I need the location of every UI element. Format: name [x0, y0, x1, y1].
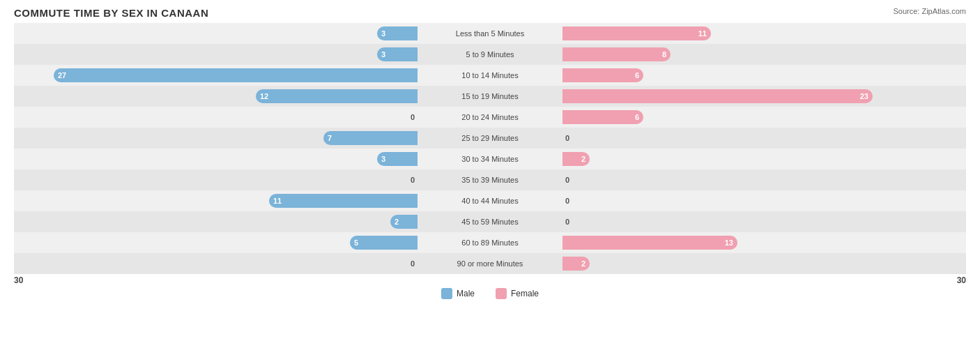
female-bar-side: 0 — [560, 211, 966, 232]
male-bar: 2 — [390, 215, 418, 229]
female-bar-value: 13 — [725, 238, 733, 247]
female-bar-value: 6 — [635, 71, 639, 79]
source-label: Source: ZipAtlas.com — [893, 7, 966, 15]
row-label: 90 or more Minutes — [420, 259, 560, 268]
male-bar-side: 0 — [14, 169, 420, 190]
male-bar-side: 3 — [14, 23, 420, 44]
female-bar: 6 — [562, 110, 643, 124]
male-bar: 5 — [350, 236, 418, 250]
male-bar-side: 2 — [14, 211, 420, 232]
male-bar-value: 27 — [58, 71, 66, 79]
legend-male-label: Male — [457, 289, 475, 298]
male-bar-side: 3 — [14, 149, 420, 169]
legend-male-box — [441, 288, 452, 299]
female-bar-value: 11 — [698, 29, 707, 38]
row-label: 10 to 14 Minutes — [420, 71, 560, 79]
female-bar-value: 6 — [635, 113, 639, 121]
table-row: 725 to 29 Minutes0 — [14, 128, 966, 149]
female-bar-side: 13 — [560, 232, 966, 253]
row-label: 60 to 89 Minutes — [420, 238, 560, 247]
axis-left: 30 — [14, 275, 420, 285]
male-bar: 7 — [323, 131, 418, 145]
female-bar-side: 0 — [560, 169, 966, 190]
female-bar-side: 11 — [560, 23, 966, 44]
male-bar-side: 0 — [14, 107, 420, 128]
male-bar: 3 — [377, 152, 418, 166]
female-bar-value-zero: 0 — [565, 134, 569, 142]
row-label: 20 to 24 Minutes — [420, 113, 560, 121]
legend-female-box — [496, 288, 507, 299]
male-bar-value-zero: 0 — [411, 176, 415, 184]
table-row: 35 to 9 Minutes8 — [14, 44, 966, 65]
female-bar: 23 — [562, 89, 873, 103]
male-bar: 12 — [256, 89, 418, 103]
axis-center-spacer — [420, 275, 560, 285]
female-bar-value-zero: 0 — [565, 176, 569, 184]
table-row: 330 to 34 Minutes2 — [14, 149, 966, 169]
male-bar-value: 12 — [260, 92, 268, 100]
female-bar-value: 2 — [581, 259, 585, 268]
male-bar-side: 3 — [14, 44, 420, 65]
male-bar-value: 3 — [381, 50, 385, 59]
row-label: 35 to 39 Minutes — [420, 176, 560, 184]
table-row: 3Less than 5 Minutes11 — [14, 23, 966, 44]
male-bar: 3 — [377, 47, 418, 61]
chart-rows: 3Less than 5 Minutes1135 to 9 Minutes827… — [14, 23, 966, 274]
female-bar: 6 — [562, 68, 643, 82]
male-bar-value: 3 — [381, 29, 385, 38]
chart-title: COMMUTE TIME BY SEX IN CANAAN — [14, 7, 966, 19]
female-bar-side: 8 — [560, 44, 966, 65]
axis-row: 30 30 — [14, 275, 966, 285]
axis-right: 30 — [560, 275, 966, 285]
female-bar-value-zero: 0 — [565, 218, 569, 226]
female-bar-side: 23 — [560, 86, 966, 107]
male-bar: 27 — [54, 68, 418, 82]
row-label: 5 to 9 Minutes — [420, 50, 560, 59]
male-bar-value: 5 — [354, 238, 358, 247]
row-label: 15 to 19 Minutes — [420, 92, 560, 100]
row-label: 40 to 44 Minutes — [420, 197, 560, 205]
female-bar-value: 23 — [860, 92, 868, 100]
table-row: 090 or more Minutes2 — [14, 253, 966, 274]
table-row: 2710 to 14 Minutes6 — [14, 65, 966, 86]
female-bar-value: 8 — [662, 50, 666, 59]
row-label: 30 to 34 Minutes — [420, 155, 560, 163]
male-bar-side: 0 — [14, 253, 420, 274]
legend-female-label: Female — [511, 289, 539, 298]
male-bar-value-zero: 0 — [411, 113, 415, 121]
female-bar-side: 0 — [560, 190, 966, 211]
male-bar-side: 27 — [14, 65, 420, 86]
male-bar-side: 7 — [14, 128, 420, 149]
male-bar-value-zero: 0 — [411, 259, 415, 268]
table-row: 1215 to 19 Minutes23 — [14, 86, 966, 107]
table-row: 560 to 89 Minutes13 — [14, 232, 966, 253]
male-bar-side: 11 — [14, 190, 420, 211]
row-label: Less than 5 Minutes — [420, 29, 560, 38]
legend-female: Female — [496, 288, 539, 299]
row-label: 25 to 29 Minutes — [420, 134, 560, 142]
male-bar-value: 3 — [381, 155, 385, 163]
male-bar-side: 12 — [14, 86, 420, 107]
female-bar: 2 — [562, 152, 590, 166]
female-bar-side: 0 — [560, 128, 966, 149]
male-bar-value: 7 — [328, 134, 332, 142]
female-bar-value-zero: 0 — [565, 197, 569, 205]
table-row: 245 to 59 Minutes0 — [14, 211, 966, 232]
male-bar-value: 2 — [395, 218, 399, 226]
female-bar-side: 6 — [560, 65, 966, 86]
male-bar-value: 11 — [273, 197, 282, 205]
female-bar: 13 — [562, 236, 737, 250]
table-row: 035 to 39 Minutes0 — [14, 169, 966, 190]
female-bar: 8 — [562, 47, 671, 61]
female-bar-side: 2 — [560, 149, 966, 169]
row-label: 45 to 59 Minutes — [420, 218, 560, 226]
female-bar-side: 6 — [560, 107, 966, 128]
table-row: 1140 to 44 Minutes0 — [14, 190, 966, 211]
male-bar: 3 — [377, 26, 418, 40]
male-bar-side: 5 — [14, 232, 420, 253]
chart-container: COMMUTE TIME BY SEX IN CANAAN Source: Zi… — [0, 0, 980, 364]
table-row: 020 to 24 Minutes6 — [14, 107, 966, 128]
male-bar: 11 — [269, 194, 418, 208]
female-bar: 11 — [562, 26, 711, 40]
female-bar-value: 2 — [581, 155, 585, 163]
